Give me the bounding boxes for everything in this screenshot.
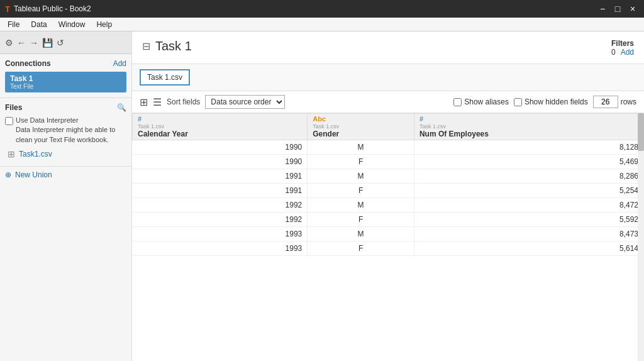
cell-gender: F bbox=[308, 242, 414, 256]
cell-gender: M bbox=[308, 169, 414, 184]
cell-year: 1990 bbox=[133, 140, 308, 155]
table-header-row: # Task 1.csv Calendar Year Abc Task 1.cs… bbox=[133, 114, 644, 140]
refresh-icon[interactable]: ↺ bbox=[57, 38, 64, 48]
file-icon: ⊞ bbox=[8, 149, 15, 159]
cell-employees: 5,254 bbox=[414, 184, 643, 198]
sidebar: ⚙ ← → 💾 ↺ Connections Add Task 1 Text Fi… bbox=[0, 31, 132, 361]
filters-add-button[interactable]: Add bbox=[621, 48, 634, 57]
title-bar: T Tableau Public - Book2 − □ × bbox=[0, 0, 644, 18]
cell-gender: F bbox=[308, 184, 414, 198]
col-name-year: Calendar Year bbox=[138, 130, 302, 138]
rows-label: rows bbox=[621, 97, 636, 106]
files-section: Files 🔍 Use Data Interpreter Data Interp… bbox=[0, 97, 131, 166]
table-row: 1993 F 5,614 bbox=[133, 242, 644, 256]
table-row: 1991 M 8,286 bbox=[133, 169, 644, 184]
sidebar-toolbar: ⚙ ← → 💾 ↺ bbox=[0, 31, 131, 54]
cell-year: 1991 bbox=[133, 169, 308, 184]
col-source-employees: Task 1.csv bbox=[419, 123, 638, 130]
save-icon[interactable]: 💾 bbox=[42, 38, 53, 48]
cell-year: 1993 bbox=[133, 242, 308, 256]
main-top: ⊟ Task 1 Filters 0 Add bbox=[132, 31, 644, 64]
menu-file[interactable]: File bbox=[3, 19, 25, 30]
col-name-gender: Gender bbox=[313, 130, 409, 138]
settings-icon[interactable]: ⚙ bbox=[5, 38, 13, 48]
cell-gender: M bbox=[308, 198, 414, 213]
close-button[interactable]: × bbox=[626, 4, 639, 14]
add-connection-button[interactable]: Add bbox=[113, 59, 126, 68]
sort-bar: ⊞ ☰ Sort fields Data source order Show a… bbox=[132, 91, 644, 113]
page-title: Task 1 bbox=[155, 39, 192, 53]
cell-employees: 8,472 bbox=[414, 198, 643, 213]
table-body: 1990 M 8,128 1990 F 5,469 1991 M 8,286 1… bbox=[133, 140, 644, 256]
show-aliases-label: Show aliases bbox=[453, 97, 509, 106]
cell-year: 1993 bbox=[133, 227, 308, 242]
cell-year: 1991 bbox=[133, 184, 308, 198]
filters-area: Filters 0 Add bbox=[611, 36, 634, 57]
list-view-icon[interactable]: ☰ bbox=[153, 96, 162, 108]
new-union-icon: ⊕ bbox=[5, 170, 11, 179]
filters-count: 0 bbox=[611, 48, 616, 57]
table-row: 1990 F 5,469 bbox=[133, 155, 644, 169]
connection-name: Task 1 bbox=[10, 74, 121, 83]
rows-control: 26 rows bbox=[593, 96, 636, 108]
page-title-area: ⊟ Task 1 bbox=[142, 36, 192, 53]
col-type-icon-gender: Abc bbox=[313, 115, 326, 123]
main-content: ⊟ Task 1 Filters 0 Add Task 1.csv ⊞ bbox=[132, 31, 644, 361]
new-union-label: New Union bbox=[15, 170, 52, 179]
sort-label: Sort fields bbox=[167, 97, 200, 106]
minimize-button[interactable]: − bbox=[596, 4, 609, 14]
cell-gender: M bbox=[308, 140, 414, 155]
table-row: 1992 M 8,472 bbox=[133, 198, 644, 213]
cell-employees: 5,592 bbox=[414, 213, 643, 227]
filters-row: 0 Add bbox=[611, 48, 634, 57]
cell-year: 1992 bbox=[133, 198, 308, 213]
files-label: Files bbox=[5, 103, 22, 112]
file-task1-csv[interactable]: ⊞ Task1.csv bbox=[5, 147, 126, 161]
forward-icon[interactable]: → bbox=[30, 38, 38, 48]
connections-header: Connections Add bbox=[5, 59, 126, 68]
menu-data[interactable]: Data bbox=[26, 19, 52, 30]
grid-view-icon[interactable]: ⊞ bbox=[140, 96, 148, 108]
menu-window[interactable]: Window bbox=[53, 19, 91, 30]
new-union-button[interactable]: ⊕ New Union bbox=[0, 166, 131, 183]
sheet-icon: ⊟ bbox=[142, 40, 150, 52]
cell-gender: F bbox=[308, 213, 414, 227]
col-header-year: # Task 1.csv Calendar Year bbox=[133, 114, 308, 140]
files-search-icon[interactable]: 🔍 bbox=[117, 103, 126, 112]
show-hidden-text: Show hidden fields bbox=[525, 97, 588, 106]
connection-task1[interactable]: Task 1 Text File bbox=[5, 72, 126, 92]
datasource-header: Task 1.csv bbox=[132, 64, 644, 91]
col-header-employees: # Task 1.csv Num Of Employees bbox=[414, 114, 643, 140]
maximize-button[interactable]: □ bbox=[611, 4, 624, 14]
rows-input[interactable]: 26 bbox=[593, 96, 618, 108]
back-icon[interactable]: ← bbox=[17, 38, 26, 48]
col-name-employees: Num Of Employees bbox=[419, 130, 638, 138]
data-table-container: # Task 1.csv Calendar Year Abc Task 1.cs… bbox=[132, 113, 644, 361]
menu-bar: File Data Window Help bbox=[0, 18, 644, 31]
app-body: ⚙ ← → 💾 ↺ Connections Add Task 1 Text Fi… bbox=[0, 31, 644, 361]
show-aliases-checkbox[interactable] bbox=[453, 98, 462, 106]
menu-help[interactable]: Help bbox=[91, 19, 117, 30]
cell-employees: 8,473 bbox=[414, 227, 643, 242]
sort-select[interactable]: Data source order bbox=[205, 95, 285, 109]
cell-employees: 5,469 bbox=[414, 155, 643, 169]
show-hidden-fields-label: Show hidden fields bbox=[514, 97, 588, 106]
cell-year: 1992 bbox=[133, 213, 308, 227]
col-type-icon-year: # bbox=[138, 115, 142, 123]
file-name: Task1.csv bbox=[19, 150, 52, 158]
app-icon: T bbox=[5, 4, 10, 14]
scrollbar-track[interactable] bbox=[638, 113, 644, 361]
cell-year: 1990 bbox=[133, 155, 308, 169]
cell-employees: 5,614 bbox=[414, 242, 643, 256]
datasource-box[interactable]: Task 1.csv bbox=[140, 69, 190, 86]
show-hidden-checkbox[interactable] bbox=[514, 98, 522, 106]
scrollbar-thumb[interactable] bbox=[638, 113, 644, 151]
files-header: Files 🔍 bbox=[5, 103, 126, 112]
data-interpreter-checkbox[interactable] bbox=[5, 117, 13, 125]
col-source-year: Task 1.csv bbox=[138, 123, 302, 130]
cell-gender: M bbox=[308, 227, 414, 242]
cell-employees: 8,286 bbox=[414, 169, 643, 184]
connections-section: Connections Add Task 1 Text File bbox=[0, 54, 131, 97]
col-header-gender: Abc Task 1.csv Gender bbox=[308, 114, 414, 140]
table-row: 1991 F 5,254 bbox=[133, 184, 644, 198]
